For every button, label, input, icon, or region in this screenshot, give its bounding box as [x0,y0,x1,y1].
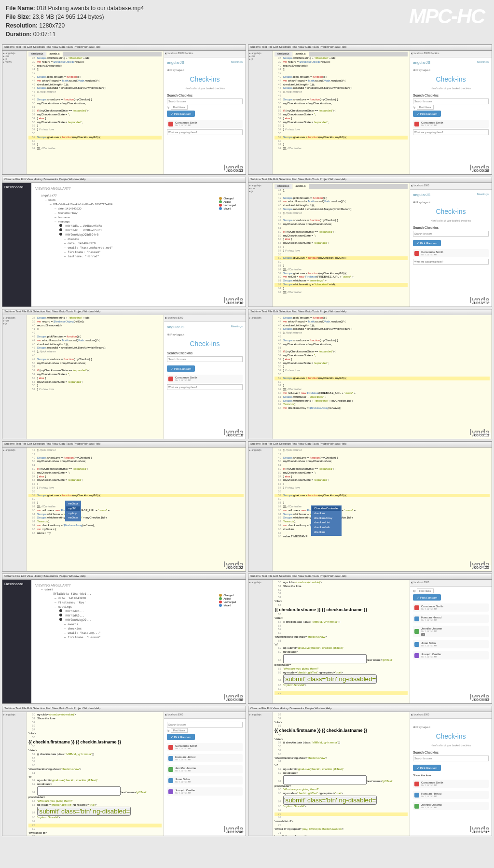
code-editor[interactable]: checkins.jsawards.js 38$scope.whichmeeti… [273,51,410,174]
thumbnail-grid: Sublime Text File Edit Selection Find Vi… [0,42,494,838]
mpc-logo: MPC-HC [409,5,484,28]
thumbnail-10: Sublime Text File Edit Selection Find Vi… [248,574,492,704]
thumbnail-5: Sublime Text File Edit Selection Find Vi… [2,309,246,439]
thumbnail-7: Sublime Text File Edit Selection Find Vi… [2,441,246,572]
firebase-tree[interactable]: VIEWING ANGULAR77 angular77 — users — 8f… [31,183,246,307]
thumbnail-3: Chrome File Edit View History Bookmarks … [2,177,246,307]
thumbnail-11: Sublime Text File Edit Selection Find Vi… [2,706,246,836]
thumbnail-2: Sublime Text File Edit Selection Find Vi… [248,44,492,175]
thumbnail-8: Sublime Text File Edit Selection Find Vi… [248,441,492,572]
file-info-header: File Name: 018 Pushing awards to our dat… [0,0,494,42]
editor-sidebar: ▸ angularjs▸ css▸ js▸ views [2,51,27,174]
autocomplete-popup[interactable]: CheckInsController checkins checkinsArra… [311,505,342,536]
pick-random-button[interactable]: ✓ Pick Random [167,111,195,117]
thumbnail-6: Sublime Text File Edit Selection Find Vi… [248,309,492,439]
thumbnail-12: Chrome File Edit View History Bookmarks … [248,706,492,836]
search-input[interactable] [167,98,243,104]
mac-menu-bar: Sublime Text File Edit Selection Find Vi… [2,45,246,51]
browser-preview: ◐ localhost:8000/checkins angularJSMeeti… [164,51,246,174]
autocomplete-popup[interactable]: myData myGift myApp myDate [65,501,81,521]
code-editor[interactable]: checkins.jsawards.js 38$scope.whichmeeti… [27,51,164,174]
firebase-sidebar: Dashboard [2,183,31,307]
thumbnail-9: Chrome File Edit View History Bookmarks … [2,574,246,704]
thumbnail-1: Sublime Text File Edit Selection Find Vi… [2,44,246,175]
thumbnail-4: Sublime Text File Edit Selection Find Vi… [248,177,492,307]
